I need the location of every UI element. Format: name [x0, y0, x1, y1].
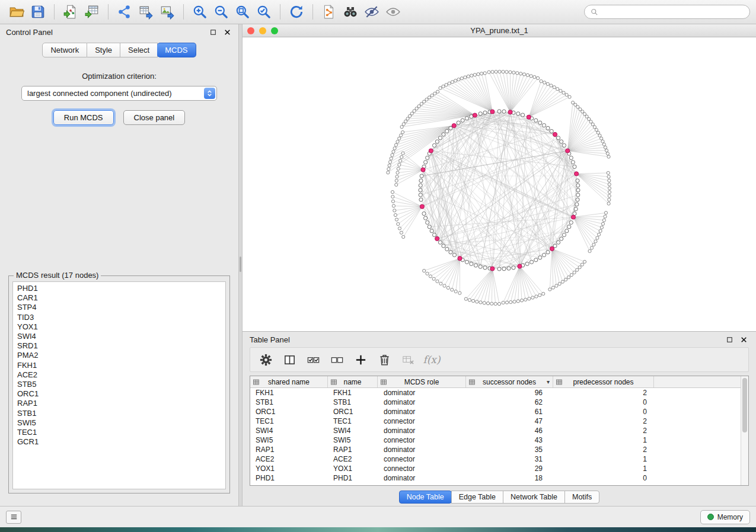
result-node-stp4[interactable]: STP4 — [17, 303, 225, 312]
import-table-icon — [84, 4, 100, 20]
table-row-tec1[interactable]: TEC1TEC1connector472 — [250, 416, 741, 426]
float-panel-icon[interactable] — [208, 27, 218, 38]
add-column-icon — [354, 353, 368, 367]
result-node-tec1[interactable]: TEC1 — [17, 428, 225, 437]
splitter-grip[interactable] — [240, 257, 241, 272]
import-table-button[interactable] — [81, 2, 103, 21]
column-header-successor-nodes[interactable]: successor nodes▾ — [466, 376, 553, 387]
cytoscape-app-window: Control Panel NetworkStyleSelectMCDS Opt… — [0, 0, 756, 532]
export-image-button[interactable] — [157, 2, 178, 21]
tab-style[interactable]: Style — [87, 43, 120, 57]
close-panel-icon[interactable] — [222, 27, 232, 38]
table-scrollbar[interactable] — [741, 376, 748, 485]
tab-node-table[interactable]: Node Table — [399, 491, 452, 504]
table-row-ace2[interactable]: ACE2ACE2connector311 — [250, 454, 741, 464]
result-node-phd1[interactable]: PHD1 — [17, 284, 225, 293]
column-header-name[interactable]: name — [328, 376, 378, 387]
zoom-in-button[interactable] — [189, 2, 210, 21]
tab-select[interactable]: Select — [120, 43, 158, 57]
result-node-yox1[interactable]: YOX1 — [17, 322, 225, 332]
save-button[interactable] — [27, 2, 49, 21]
memory-status-icon — [707, 514, 714, 520]
float-table-panel-icon[interactable] — [724, 334, 735, 345]
delete-column-icon — [378, 353, 391, 367]
tab-mcds[interactable]: MCDS — [157, 43, 196, 57]
function-builder-button[interactable]: f(x) — [422, 350, 441, 369]
column-header-shared-name[interactable]: shared name — [250, 376, 328, 387]
tab-edge-table[interactable]: Edge Table — [451, 491, 503, 504]
search-box[interactable] — [584, 5, 750, 19]
table-row-fkh1[interactable]: FKH1FKH1dominator962 — [250, 388, 741, 398]
search-input[interactable] — [602, 8, 744, 16]
zoom-fit-button[interactable] — [232, 2, 253, 21]
column-header-predecessor-nodes[interactable]: predecessor nodes — [553, 376, 654, 387]
select-all-button[interactable] — [304, 350, 323, 369]
cell: 1 — [553, 455, 654, 463]
network-view[interactable] — [243, 37, 756, 331]
hide-selected-button[interactable] — [361, 2, 382, 21]
result-node-rap1[interactable]: RAP1 — [17, 399, 225, 408]
table-row-yox1[interactable]: YOX1YOX1connector291 — [250, 464, 741, 473]
cell: 2 — [553, 427, 654, 435]
sort-menu-icon[interactable]: ▾ — [547, 379, 550, 385]
close-table-panel-icon[interactable] — [738, 334, 749, 345]
import-network-button[interactable] — [60, 2, 81, 21]
result-node-gcr1[interactable]: GCR1 — [17, 437, 225, 447]
panel-splitter[interactable] — [238, 24, 243, 506]
result-node-pma2[interactable]: PMA2 — [17, 351, 225, 360]
clear-table-button[interactable] — [398, 350, 417, 369]
cell: 2 — [553, 446, 654, 454]
deselect-all-button[interactable] — [327, 350, 346, 369]
add-column-button[interactable] — [351, 350, 370, 369]
table-row-swi5[interactable]: SWI5SWI5connector431 — [250, 435, 741, 445]
search-network-button[interactable] — [340, 2, 361, 21]
tab-network-table[interactable]: Network Table — [503, 491, 565, 504]
table-row-orc1[interactable]: ORC1ORC1dominator610 — [250, 407, 741, 416]
network-share-button[interactable] — [318, 2, 340, 21]
scrollbar-thumb[interactable] — [742, 378, 747, 432]
cell: YOX1 — [250, 464, 328, 473]
refresh-layout-button[interactable] — [286, 2, 307, 21]
run-mcds-button[interactable]: Run MCDS — [53, 110, 114, 125]
column-header-MCDS-role[interactable]: MCDS role — [378, 376, 466, 387]
result-node-ace2[interactable]: ACE2 — [17, 370, 225, 380]
network-canvas[interactable] — [243, 37, 756, 331]
zoom-out-button[interactable] — [210, 2, 232, 21]
memory-button[interactable]: Memory — [700, 510, 750, 524]
result-node-tid3[interactable]: TID3 — [17, 313, 225, 322]
result-node-car1[interactable]: CAR1 — [17, 293, 225, 303]
table-row-rap1[interactable]: RAP1RAP1dominator352 — [250, 445, 741, 454]
mcds-result-list[interactable]: PHD1CAR1STP4TID3YOX1SWI4SRD1PMA2FKH1ACE2… — [12, 281, 226, 489]
tab-network[interactable]: Network — [42, 43, 87, 57]
status-menu-button[interactable] — [6, 511, 21, 524]
toolbar-separator — [54, 4, 55, 20]
cell: connector — [378, 436, 466, 444]
table-row-phd1[interactable]: PHD1PHD1dominator180 — [250, 473, 741, 483]
search-network-icon — [343, 4, 358, 20]
cell: connector — [378, 455, 466, 463]
settings-gear-button[interactable] — [256, 350, 275, 369]
table-row-swi4[interactable]: SWI4SWI4dominator462 — [250, 426, 741, 435]
result-node-swi4[interactable]: SWI4 — [17, 332, 225, 341]
result-node-srd1[interactable]: SRD1 — [17, 341, 225, 351]
tab-motifs[interactable]: Motifs — [564, 491, 599, 504]
optimization-criterion-dropdown[interactable]: largest connected component (undirected) — [21, 86, 217, 101]
result-node-swi5[interactable]: SWI5 — [17, 418, 225, 428]
show-all-button[interactable] — [382, 2, 404, 21]
result-node-stb1[interactable]: STB1 — [17, 409, 225, 418]
zoom-selected-button[interactable] — [253, 2, 275, 21]
column-grid-icon — [253, 379, 260, 386]
cell: connector — [378, 464, 466, 473]
export-table-button[interactable] — [135, 2, 157, 21]
close-panel-button[interactable]: Close panel — [123, 110, 186, 125]
network-titlebar[interactable]: YPA_prune.txt_1 — [243, 24, 756, 37]
table-row-stb1[interactable]: STB1STB1dominator620 — [250, 398, 741, 407]
result-node-fkh1[interactable]: FKH1 — [17, 361, 225, 370]
result-node-stb5[interactable]: STB5 — [17, 380, 225, 389]
network-share-icon — [321, 4, 337, 20]
result-node-orc1[interactable]: ORC1 — [17, 389, 225, 399]
export-network-button[interactable] — [114, 2, 135, 21]
open-folder-button[interactable] — [6, 2, 27, 21]
delete-column-button[interactable] — [375, 350, 394, 369]
split-columns-button[interactable] — [280, 350, 299, 369]
